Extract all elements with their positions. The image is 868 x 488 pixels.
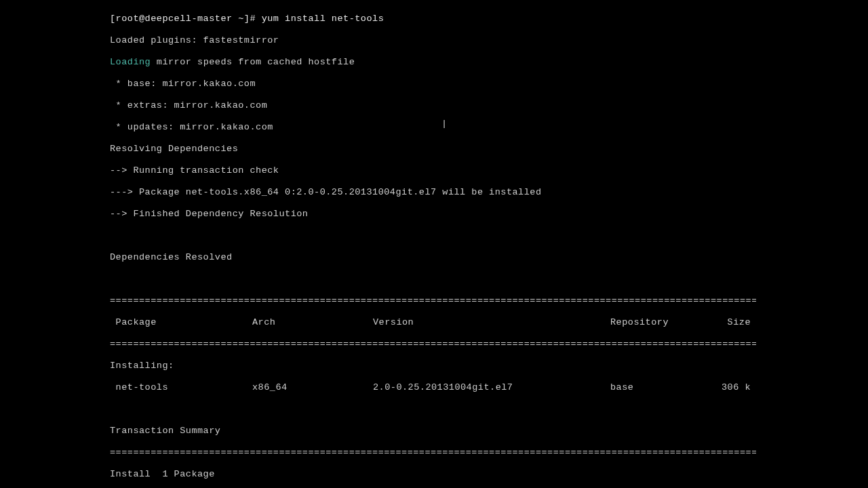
loading-keyword: Loading	[110, 57, 151, 67]
col-package: Package	[110, 317, 252, 328]
command-text: yum install net-tools	[262, 14, 384, 24]
divider-line: ========================================…	[110, 339, 756, 350]
table-header-row: PackageArchVersionRepositorySize	[110, 317, 755, 328]
divider-line: ========================================…	[110, 447, 756, 458]
table-data-row: net-toolsx86_642.0-0.25.20131004git.el7b…	[110, 382, 755, 393]
text-caret-icon: |	[441, 119, 448, 129]
prompt-line: [root@deepcell-master ~]# yum install ne…	[110, 14, 755, 24]
output-line: Dependencies Resolved	[110, 252, 755, 263]
col-version: Version	[373, 317, 610, 328]
blank-line	[110, 404, 755, 415]
prompt-text: [root@deepcell-master ~]#	[110, 14, 262, 24]
cell-arch: x86_64	[252, 382, 373, 393]
output-line: ---> Package net-tools.x86_64 0:2.0-0.25…	[110, 187, 755, 198]
output-line: * extras: mirror.kakao.com	[110, 100, 755, 111]
output-line: --> Finished Dependency Resolution	[110, 209, 755, 220]
cell-package: net-tools	[110, 382, 252, 393]
output-line: Installing:	[110, 361, 755, 371]
output-line: * base: mirror.kakao.com	[110, 79, 755, 89]
output-line: * updates: mirror.kakao.com	[110, 122, 755, 133]
cell-version: 2.0-0.25.20131004git.el7	[373, 382, 610, 393]
blank-line	[110, 230, 755, 241]
divider-line: ========================================…	[110, 296, 756, 306]
col-arch: Arch	[252, 317, 373, 328]
output-line: Loading mirror speeds from cached hostfi…	[110, 57, 755, 68]
output-line: Transaction Summary	[110, 426, 755, 436]
col-repository: Repository	[610, 317, 720, 328]
output-line: Loaded plugins: fastestmirror	[110, 35, 755, 46]
blank-line	[110, 274, 755, 285]
terminal-output[interactable]: [root@deepcell-master ~]# yum install ne…	[0, 0, 755, 488]
output-line: Install 1 Package	[110, 469, 755, 480]
col-size: Size	[720, 317, 751, 328]
loading-text: mirror speeds from cached hostfile	[151, 57, 355, 67]
output-line: Resolving Dependencies	[110, 144, 755, 155]
cell-repository: base	[610, 382, 720, 393]
output-line: --> Running transaction check	[110, 165, 755, 176]
cell-size: 306 k	[720, 382, 751, 393]
